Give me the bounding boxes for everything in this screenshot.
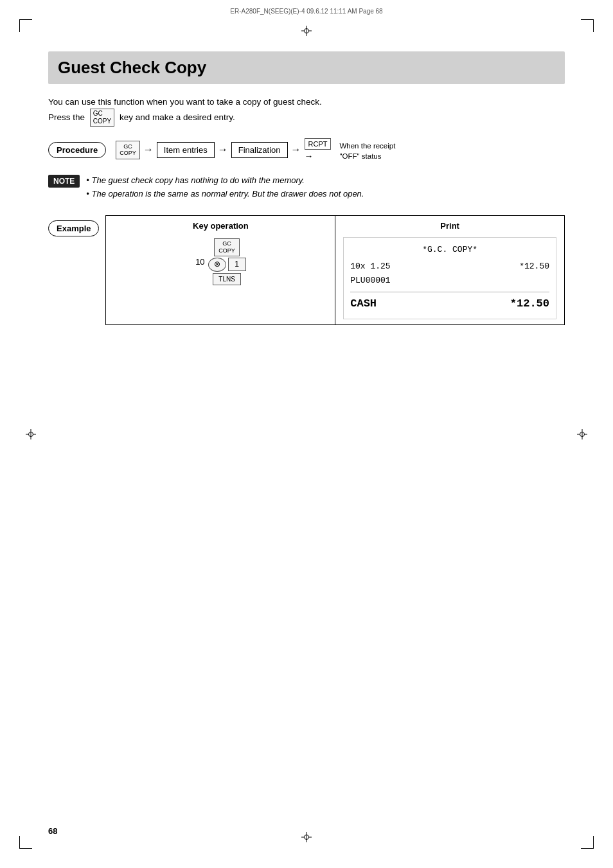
arrow-2: → [218,145,228,155]
print-header: Print [343,221,556,231]
note-badge: NOTE [48,175,80,188]
cross-mark-bottom [301,832,312,842]
receipt-note-line1: When the receipt [339,142,395,150]
note-line-1: • The guest check copy has nothing to do… [86,174,364,188]
print-column: Print *G.C. COPY* 10x 1.25 *12.50 PLU000… [335,216,564,324]
key-operation-header: Key operation [114,221,327,231]
cross-mark-left [26,429,36,439]
circle-key: ⊗ [208,258,226,272]
gc-copy-key-example: GCCOPY [214,238,240,256]
flow-inner: GCCOPY → Item entries → Finalization → [116,138,395,161]
corner-mark-tl [19,19,32,32]
num1-key: 1 [228,258,246,272]
arrow-3: → [291,145,301,155]
note-line-2: • The operation is the same as normal en… [86,188,364,201]
main-content: Guest Check Copy You can use this functi… [48,51,565,325]
arrow-1: → [143,145,154,155]
description: You can use this function when you want … [48,96,565,127]
flow-container: GCCOPY → Item entries → Finalization → [116,138,565,161]
finalization-box: Finalization [231,142,288,158]
page-title: Guest Check Copy [58,58,555,78]
receipt-line2-plu: PLU00001 [350,274,390,288]
rcpt-box: RCPT [305,138,332,150]
cross-mark-right [577,429,587,439]
title-box: Guest Check Copy [48,51,565,84]
note-text: • The guest check copy has nothing to do… [86,174,364,201]
print-receipt: *G.C. COPY* 10x 1.25 *12.50 PLU00001 CAS… [343,237,556,319]
description-line1: You can use this function when you want … [48,96,565,109]
example-section: Example Key operation 10 GCCOPY ⊗ 1 T [48,215,565,325]
key-ops-number: 10 [195,257,204,267]
gc-copy-key-procedure: GCCOPY [116,141,140,160]
key-ops-row: 10 GCCOPY ⊗ 1 TLNS [195,238,245,285]
cash-amount: *12.50 [510,295,549,314]
example-content: Key operation 10 GCCOPY ⊗ 1 TLNS [105,215,565,325]
receipt-cash-line: CASH *12.50 [350,292,549,314]
gc-copy-key-inline: GCCOPY [90,109,114,127]
rcpt-with-note: RCPT → [305,138,332,161]
key-operation-column: Key operation 10 GCCOPY ⊗ 1 TLNS [106,216,335,324]
example-label: Example [48,220,99,236]
receipt-line1-left: 10x 1.25 [350,260,390,274]
tlns-key: TLNS [213,273,241,285]
note-section: NOTE • The guest check copy has nothing … [48,174,565,201]
receipt-line-1: 10x 1.25 *12.50 [350,260,549,274]
page-number: 68 [48,826,57,836]
receipt-line1-right: *12.50 [519,260,549,274]
corner-mark-br [581,836,594,849]
procedure-label: Procedure [48,142,106,158]
header-text: ER-A280F_N(SEEG)(E)-4 09.6.12 11:11 AM P… [230,8,382,15]
cash-label: CASH [350,295,377,314]
description-line2: Press the GCCOPY key and make a desired … [48,109,565,127]
receipt-line-2: PLU00001 [350,274,549,288]
cross-mark-top [301,26,312,36]
receipt-title: *G.C. COPY* [350,243,549,257]
corner-mark-tr [581,19,594,32]
item-entries-box: Item entries [157,142,215,158]
key-ops-display: 10 GCCOPY ⊗ 1 TLNS [114,238,327,285]
corner-mark-bl [19,836,32,849]
receipt-note-line2: "OFF" status [339,152,381,160]
receipt-note: When the receipt "OFF" status [336,138,395,161]
procedure-section: Procedure GCCOPY → Item entries → Finali… [48,138,565,161]
